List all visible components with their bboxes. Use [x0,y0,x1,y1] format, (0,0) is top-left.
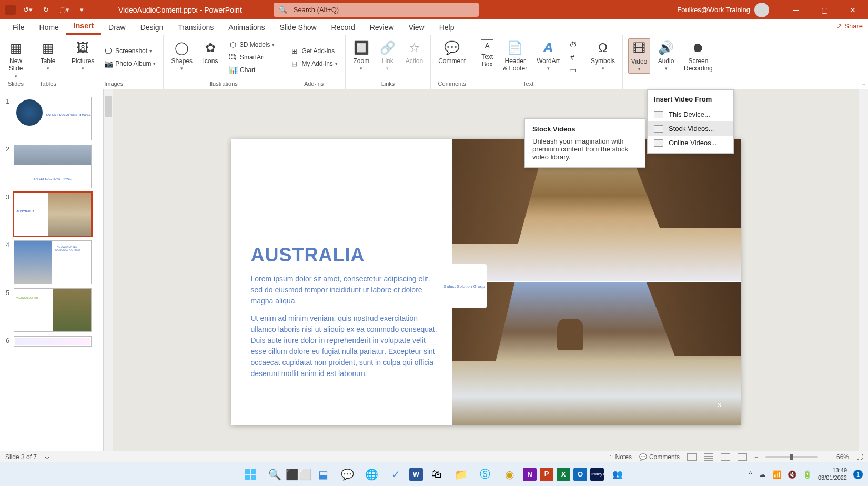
screen-recording-button[interactable]: ⏺Screen Recording [682,38,715,74]
zoom-button[interactable]: 🔲Zoom▾ [351,38,372,73]
menu-item-stock-videos[interactable]: Stock Videos... [648,122,733,136]
notes-button[interactable]: ≐Notes [608,453,632,461]
smartart-button[interactable]: ⿻SmartArt [226,52,277,63]
wordart-button[interactable]: AWordArt▾ [534,38,562,73]
slide-thumbnail[interactable]: VIETNAM DO TRY [14,288,92,332]
slide-thumb-1[interactable]: 1 SAFEST SOLUTIONS TRAVEL [0,95,103,143]
tab-animations[interactable]: Animations [221,20,272,35]
header-footer-button[interactable]: 📄Header & Footer [501,38,529,74]
fit-to-window-button[interactable]: ⛶ [856,453,863,461]
accessibility-icon[interactable]: ⛉ [44,453,51,461]
menu-item-this-device[interactable]: This Device... [648,107,733,122]
slide-thumbnail[interactable]: AUSTRALIA [14,193,92,236]
tab-view[interactable]: View [401,20,432,35]
system-clock[interactable]: 13:49 03/01/2022 [818,467,847,481]
redo-button[interactable]: ↻ [40,5,52,15]
tab-insert[interactable]: Insert [66,18,101,35]
todo-button[interactable]: ✓ [385,464,406,485]
date-time-button[interactable]: ⏱ [567,39,578,50]
word-button[interactable]: W [409,468,423,481]
tab-record[interactable]: Record [324,20,362,35]
search-box[interactable]: 🔍 Search (Alt+Q) [274,3,479,17]
slide-number-button[interactable]: # [567,52,578,63]
zoom-level[interactable]: 66% [836,453,849,461]
excel-button[interactable]: X [557,468,570,481]
3d-models-button[interactable]: ⬡3D Models▾ [226,39,277,50]
new-slide-button[interactable]: ▦ New Slide ▾ [5,38,26,80]
slide-thumbnail[interactable]: THE AWAKENING NATIONAL HARBOR [14,240,92,284]
slide-thumb-5[interactable]: 5 VIETNAM DO TRY [0,286,103,334]
edge-button[interactable]: 🌐 [361,464,382,485]
tray-chevron-icon[interactable]: ^ [749,470,752,479]
textbox-button[interactable]: AText Box [479,38,496,69]
undo-button[interactable]: ↺▾ [20,5,36,15]
action-button[interactable]: ☆Action [403,38,425,66]
shapes-button[interactable]: ◯Shapes▾ [169,38,195,73]
chart-button[interactable]: 📊Chart [226,64,277,76]
tab-design[interactable]: Design [133,20,171,35]
slide-thumb-4[interactable]: 4 THE AWAKENING NATIONAL HARBOR [0,238,103,286]
close-button[interactable]: ✕ [841,0,865,19]
zoom-out-button[interactable]: − [754,453,758,461]
share-button[interactable]: ↗ Share [836,22,863,30]
slide-thumbnail[interactable] [14,336,92,347]
tab-draw[interactable]: Draw [101,20,133,35]
tab-help[interactable]: Help [432,20,462,35]
notification-badge[interactable]: 1 [853,470,863,479]
disney-button[interactable]: Disney+ [590,468,604,481]
table-button[interactable]: ▦ Table ▾ [37,38,58,73]
reading-view-button[interactable] [721,453,730,461]
video-button[interactable]: 🎞Video▾ [628,38,650,74]
audio-button[interactable]: 🔊Audio▾ [655,38,677,73]
teams-button[interactable]: 👥 [607,464,628,485]
outlook-button[interactable]: O [573,468,587,481]
slide-thumb-6[interactable]: 6 [0,334,103,347]
slide-body[interactable]: Lorem ipsum dolor sit amet, consectetur … [251,274,440,386]
slide-canvas[interactable]: AUSTRALIA Lorem ipsum dolor sit amet, co… [113,89,859,474]
slide-thumbnail[interactable]: SAFEST SOLUTIONS TRAVEL [14,145,92,188]
tab-slideshow[interactable]: Slide Show [272,20,324,35]
slide-thumbnail[interactable]: SAFEST SOLUTIONS TRAVEL [14,97,92,140]
link-button[interactable]: 🔗Link▾ [377,38,398,73]
autosave-icon[interactable] [5,5,16,15]
symbols-button[interactable]: ΩSymbols▾ [589,38,617,73]
minimize-button[interactable]: ─ [784,0,808,19]
canvas-scrollbar[interactable] [859,89,868,474]
app-button[interactable]: ◉ [499,464,520,485]
sorter-view-button[interactable] [704,453,713,461]
onedrive-icon[interactable]: ☁ [759,470,766,479]
tab-transitions[interactable]: Transitions [170,20,221,35]
collapse-ribbon-button[interactable]: ⌄ [861,80,866,87]
normal-view-button[interactable] [687,453,697,461]
zoom-slider[interactable] [765,456,818,458]
explorer-button[interactable]: 📁 [450,464,471,485]
chat-button[interactable]: 💬 [337,464,358,485]
slideshow-view-button[interactable] [738,453,747,461]
powerpoint-button[interactable]: P [540,468,553,481]
qat-more-button[interactable]: ▾ [77,5,87,15]
get-addins-button[interactable]: ⊞Get Add-ins [288,45,339,57]
task-view-button[interactable]: ⬛⬜ [288,464,309,485]
tab-review[interactable]: Review [362,20,401,35]
comment-button[interactable]: 💬Comment [436,38,468,66]
maximize-button[interactable]: ▢ [812,0,836,19]
comments-button[interactable]: 💬Comments [639,453,680,461]
scrollbar-thumb[interactable] [105,96,112,117]
slide[interactable]: AUSTRALIA Lorem ipsum dolor sit amet, co… [231,139,741,425]
onenote-button[interactable]: N [523,468,537,481]
store-button[interactable]: 🛍 [426,464,447,485]
wifi-icon[interactable]: 📶 [772,470,781,479]
pictures-button[interactable]: 🖼 Pictures ▾ [69,38,96,73]
battery-icon[interactable]: 🔋 [803,470,812,479]
icons-button[interactable]: ✿Icons [200,38,221,66]
menu-item-online-videos[interactable]: Online Videos... [648,136,733,150]
photo-album-button[interactable]: 📷Photo Album▾ [102,58,158,69]
slide-thumb-2[interactable]: 2 SAFEST SOLUTIONS TRAVEL [0,143,103,190]
user-account[interactable]: Foulkes@Work Training [677,3,769,17]
zoom-in-button[interactable]: + [825,453,829,461]
screenshot-button[interactable]: 🖵Screenshot▾ [102,45,158,57]
my-addins-button[interactable]: ⊟My Add-ins▾ [288,58,339,69]
zoom-handle[interactable] [790,454,793,460]
object-button[interactable]: ▭ [567,64,578,76]
tab-home[interactable]: Home [32,20,66,35]
